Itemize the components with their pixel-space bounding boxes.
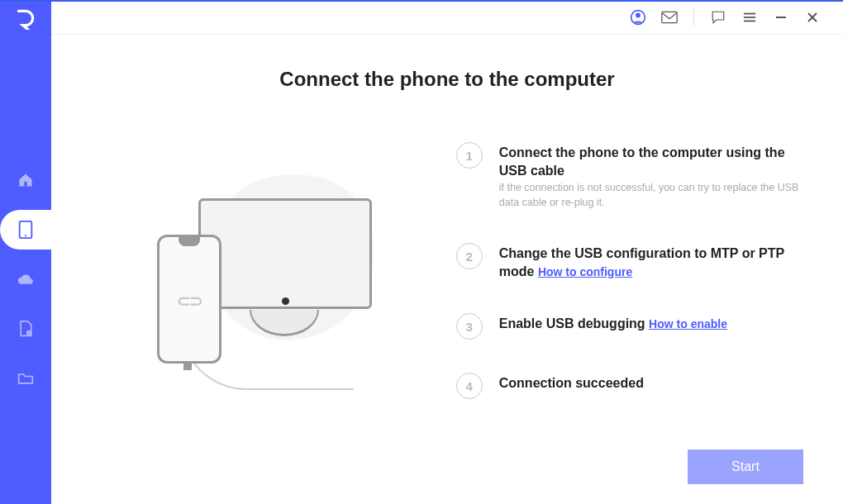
header-separator	[693, 9, 694, 26]
illustration: ⊂⊃	[91, 131, 433, 484]
close-icon[interactable]	[801, 6, 824, 29]
step-3: 3 Enable USB debugging How to enable	[453, 313, 803, 340]
start-button[interactable]: Start	[688, 449, 803, 484]
step-number: 4	[456, 373, 483, 399]
step-title: Connect the phone to the computer using …	[499, 144, 803, 179]
how-to-configure-link[interactable]: How to configure	[538, 265, 632, 278]
sidebar-item-folder[interactable]	[0, 359, 51, 398]
step-1: 1 Connect the phone to the computer usin…	[453, 142, 803, 210]
window-header	[51, 0, 843, 35]
steps-list: 1 Connect the phone to the computer usin…	[433, 131, 803, 484]
step-4: 4 Connection succeeded	[453, 373, 803, 399]
step-number: 2	[456, 243, 483, 269]
sidebar-item-cloud[interactable]	[0, 259, 51, 299]
menu-icon[interactable]	[738, 6, 761, 29]
step-subtext: if the connection is not successful, you…	[499, 181, 803, 210]
sidebar-item-file-alert[interactable]: !	[0, 309, 51, 349]
user-icon[interactable]	[626, 6, 650, 29]
svg-text:!: !	[28, 331, 29, 336]
step-number: 1	[456, 142, 483, 169]
step-title: Enable USB debugging How to enable	[499, 315, 803, 333]
step-number: 3	[456, 313, 483, 340]
sidebar: !	[0, 0, 51, 504]
step-title: Change the USB configuration to MTP or P…	[499, 245, 803, 280]
step-title-text: Enable USB debugging	[499, 316, 645, 330]
step-2: 2 Change the USB configuration to MTP or…	[453, 243, 803, 280]
svg-point-5	[636, 12, 641, 17]
app-logo	[13, 7, 38, 31]
step-title: Connection succeeded	[499, 374, 803, 392]
page-title: Connect the phone to the computer	[91, 68, 803, 91]
sidebar-item-home[interactable]	[0, 160, 51, 200]
minimize-icon[interactable]	[769, 6, 793, 29]
how-to-enable-link[interactable]: How to enable	[649, 317, 727, 330]
svg-rect-6	[662, 12, 677, 22]
mail-icon[interactable]	[658, 6, 681, 29]
sidebar-item-phone[interactable]	[0, 210, 51, 250]
link-icon: ⊂⊃	[177, 291, 202, 311]
svg-point-1	[25, 235, 26, 236]
feedback-icon[interactable]	[707, 6, 730, 29]
